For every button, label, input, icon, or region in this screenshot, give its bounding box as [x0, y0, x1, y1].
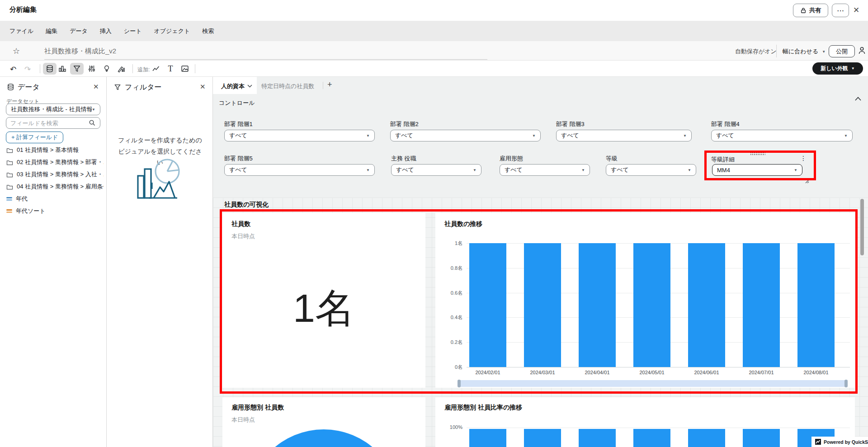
chart-range-slider[interactable]: [458, 380, 848, 387]
calculated-field-icon: [6, 197, 12, 201]
pencil-chart-icon: [117, 65, 125, 73]
bar-chart-card-employment-ratio[interactable]: 雇用形態別 社員比率の推移 100%: [435, 397, 855, 447]
add-text-button[interactable]: T: [164, 63, 177, 75]
kebab-menu-icon[interactable]: ⋮: [800, 155, 807, 161]
bar[interactable]: [469, 243, 506, 367]
menu-object[interactable]: オブジェクト: [154, 27, 190, 35]
menu-data[interactable]: データ: [70, 27, 88, 35]
visuals-button[interactable]: [56, 63, 69, 75]
add-line-chart-button[interactable]: [149, 63, 163, 75]
kpi-card-employee-count[interactable]: 社員数 本日時点 1名: [222, 213, 425, 388]
field-item[interactable]: 01 社員情報 > 基本情報: [6, 146, 104, 154]
chevron-down-icon: ▼: [851, 66, 855, 71]
data-panel-button[interactable]: [43, 63, 57, 75]
y-axis-tick: 0名: [436, 364, 462, 371]
user-icon[interactable]: [858, 47, 866, 55]
share-button[interactable]: 共有: [793, 4, 828, 17]
bar[interactable]: [688, 429, 725, 447]
bar[interactable]: [743, 243, 780, 367]
menu-bar: ファイル 編集 データ 挿入 シート オブジェクト 検索: [0, 21, 868, 41]
dataset-select[interactable]: 社員数推移・構成比 - 社員情報 ▼: [6, 104, 100, 115]
control-dropdown-dept5[interactable]: すべて▼: [224, 164, 375, 176]
bar[interactable]: [524, 429, 561, 447]
analysis-name[interactable]: 社員数推移・構成比_v2: [44, 47, 116, 56]
menu-file[interactable]: ファイル: [9, 27, 33, 35]
field-item[interactable]: 年代: [6, 195, 104, 203]
bar[interactable]: [469, 429, 506, 447]
text-icon: T: [168, 65, 173, 73]
control-value: すべて: [396, 166, 414, 174]
control-dropdown-grade[interactable]: すべて▼: [606, 164, 696, 176]
x-axis-tick: 2024/06/01: [679, 370, 734, 375]
control-dropdown-dept1[interactable]: すべて▼: [224, 130, 375, 141]
filter-panel-button[interactable]: [70, 63, 84, 75]
field-item[interactable]: 04 社員情報 > 業務情報 > 雇用条件: [6, 183, 104, 191]
bar[interactable]: [633, 243, 670, 367]
parameters-button[interactable]: [85, 63, 99, 75]
control-dropdown-dept3[interactable]: すべて▼: [556, 130, 692, 141]
control-label: 部署 階層2: [390, 120, 419, 128]
redo-icon[interactable]: ↷: [24, 65, 31, 74]
close-icon[interactable]: ✕: [93, 83, 99, 90]
menu-edit[interactable]: 編集: [46, 27, 57, 35]
publish-button[interactable]: 公開: [829, 45, 855, 57]
field-item[interactable]: 02 社員情報 > 業務情報 > 部署・...: [6, 158, 104, 166]
close-icon[interactable]: ✕: [853, 6, 859, 14]
control-dropdown-employment-type[interactable]: すべて▼: [500, 164, 590, 176]
menu-search[interactable]: 検索: [202, 27, 214, 35]
vertical-scrollbar-thumb[interactable]: [860, 199, 864, 255]
resize-handle-icon[interactable]: [805, 179, 809, 184]
star-icon[interactable]: ☆: [13, 46, 20, 56]
gridline: [467, 428, 850, 428]
bar[interactable]: [797, 243, 835, 367]
menu-sheet[interactable]: シート: [124, 27, 142, 35]
y-axis-tick: 0.2名: [436, 339, 462, 346]
bar[interactable]: [743, 429, 780, 447]
tab-headcount-at-date[interactable]: 特定日時点の社員数: [261, 82, 314, 90]
autosave-status: 自動保存がオン: [735, 47, 777, 56]
fit-width-dropdown[interactable]: 幅に合わせる ▼: [783, 47, 826, 56]
add-image-button[interactable]: [178, 63, 192, 75]
bar[interactable]: [688, 243, 725, 367]
control-drag-handle[interactable]: [750, 152, 765, 155]
slider-handle-right[interactable]: [844, 380, 848, 387]
menu-insert[interactable]: 挿入: [100, 27, 112, 35]
control-dropdown-dept4[interactable]: すべて▼: [711, 130, 853, 141]
collapse-controls-icon[interactable]: [855, 97, 861, 101]
insights-button[interactable]: [100, 63, 113, 75]
control-value: すべて: [229, 132, 247, 140]
ratio-chart-plot[interactable]: 100%: [435, 397, 855, 447]
bar[interactable]: [579, 243, 616, 367]
field-search-input[interactable]: [6, 117, 100, 129]
edit-visual-button[interactable]: [114, 63, 128, 75]
undo-icon[interactable]: ↶: [10, 65, 16, 74]
close-icon[interactable]: ✕: [200, 83, 206, 90]
bar-chart-card-employee-trend[interactable]: 社員数の推移 1名0.8名0.6名0.4名0.2名0名2024/02/01202…: [435, 213, 855, 388]
pie-card-employment-type[interactable]: 雇用形態別 社員数 本日時点: [222, 397, 425, 447]
bar[interactable]: [633, 429, 670, 447]
add-sheet-button[interactable]: +: [327, 80, 332, 89]
chevron-down-icon[interactable]: [247, 85, 252, 88]
more-options-button[interactable]: ⋯: [832, 4, 849, 17]
data-panel-title: データ: [18, 83, 40, 92]
field-item[interactable]: 年代ソート: [6, 207, 104, 215]
bar[interactable]: [579, 429, 616, 447]
field-label: 04 社員情報 > 業務情報 > 雇用条件: [17, 183, 104, 191]
slider-handle-left[interactable]: [458, 380, 461, 387]
field-item[interactable]: 03 社員情報 > 業務情報 > 入社・...: [6, 170, 104, 179]
name-underline: [44, 59, 487, 60]
chevron-down-icon: ▼: [366, 134, 370, 138]
control-dropdown-dept2[interactable]: すべて▼: [390, 130, 541, 141]
pie-slice[interactable]: [248, 429, 400, 447]
chevron-down-icon: ▼: [688, 168, 691, 172]
calculated-field-icon: [6, 209, 12, 213]
trend-chart-plot[interactable]: 1名0.8名0.6名0.4名0.2名0名2024/02/012024/03/01…: [435, 213, 855, 388]
tab-human-capital[interactable]: 人的資本: [221, 82, 245, 90]
new-look-toggle[interactable]: 新しい外観 ▼: [812, 62, 863, 75]
filter-panel: フィルター ✕ フィルターを作成するためのビジュアルを選択してください: [107, 77, 213, 447]
control-dropdown-role[interactable]: すべて▼: [391, 164, 481, 176]
bar[interactable]: [524, 243, 561, 367]
control-dropdown-grade-detail[interactable]: MM4▼: [712, 164, 802, 176]
add-calculated-field-button[interactable]: + 計算フィールド: [6, 132, 63, 143]
chevron-down-icon: ▼: [794, 168, 797, 172]
